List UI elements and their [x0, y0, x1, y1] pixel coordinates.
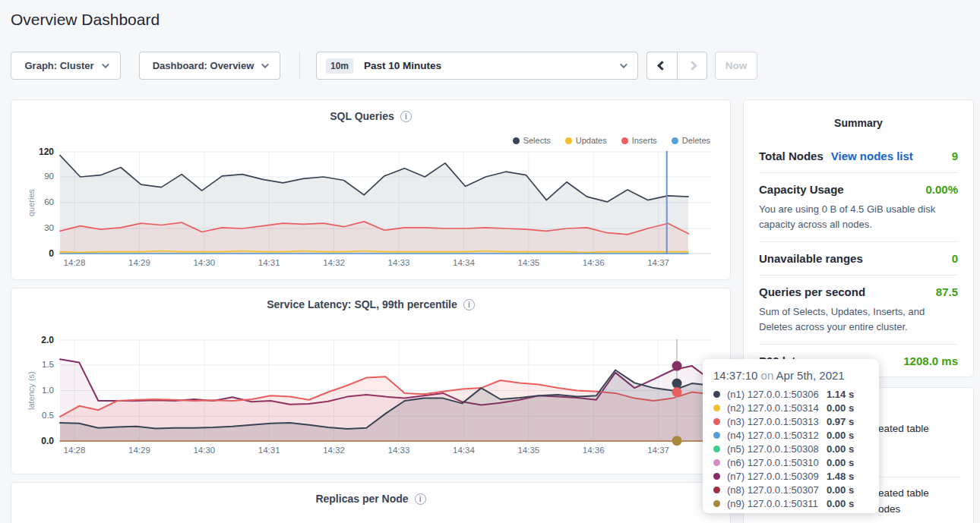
y-axis-tick: 1.0	[11, 386, 54, 395]
sql-queries-chart-card: SQL Queries SelectsUpdatesInsertsDeletes…	[11, 99, 731, 280]
latency-svg	[60, 339, 711, 442]
tooltip-node-value: 0.00 s	[827, 484, 854, 496]
x-axis-tick: 14:32	[323, 446, 345, 455]
node-series-dot-icon	[713, 500, 720, 507]
dashboard-dropdown[interactable]: Dashboard: Overview	[139, 52, 280, 80]
x-axis-tick: 14:35	[517, 258, 539, 267]
x-axis-tick: 14:36	[583, 446, 605, 455]
summary-row-header: Total NodesView nodes list9	[759, 150, 958, 162]
tooltip-node-row: (n5) 127.0.0.1:503080.00 s	[713, 442, 879, 455]
tooltip-node-row: (n2) 127.0.0.1:503140.00 s	[713, 401, 879, 414]
summary-metric-value: 9	[952, 150, 958, 162]
summary-row: Total NodesView nodes list9	[759, 140, 958, 172]
summary-row-header: Capacity Usage0.00%	[759, 183, 958, 196]
now-button[interactable]: Now	[715, 52, 757, 80]
x-axis-tick: 14:29	[128, 446, 150, 455]
chart-hover-tooltip: 14:37:10 on Apr 5th, 2021 (n1) 127.0.0.1…	[703, 359, 879, 513]
y-axis-tick: 90	[11, 172, 54, 181]
prev-range-button[interactable]	[646, 52, 677, 80]
tooltip-node-label: (n5) 127.0.0.1:50308	[727, 443, 827, 455]
tooltip-node-row: (n6) 127.0.0.1:503100.00 s	[713, 455, 879, 469]
replicas-per-node-chart-card: Replicas per Node	[11, 482, 731, 523]
x-axis-tick: 14:33	[388, 446, 410, 455]
service-latency-plot[interactable]: latency (s)0.00.51.01.52.014:2814:2914:3…	[11, 288, 730, 474]
summary-metric-label: Total Nodes	[759, 150, 824, 162]
x-axis-tick: 14:34	[453, 258, 475, 267]
x-axis-tick: 14:31	[258, 258, 280, 267]
summary-metric-label: Queries per second	[759, 285, 865, 298]
y-axis-tick: 120	[11, 147, 54, 157]
time-range-pager	[646, 52, 707, 80]
x-axis-tick: 14:29	[128, 258, 150, 267]
y-axis-tick: 1.5	[11, 360, 54, 369]
tooltip-node-value: 0.00 s	[827, 443, 854, 455]
event-text-fragment: odes	[878, 503, 900, 515]
graph-dropdown-label: Graph: Cluster	[24, 60, 93, 71]
tooltip-node-value: 0.00 s	[827, 402, 854, 414]
node-series-dot-icon	[713, 459, 720, 466]
summary-metric-label: Capacity Usage	[759, 183, 844, 196]
x-axis-tick: 14:37	[647, 446, 669, 455]
tooltip-node-row: (n3) 127.0.0.1:503130.97 s	[713, 414, 879, 428]
summary-row-header: Unavailable ranges0	[759, 252, 958, 265]
chevron-down-icon	[101, 61, 109, 68]
x-axis-tick: 14:30	[193, 258, 215, 267]
summary-metric-description: You are using 0 B of 4.5 GiB usable disk…	[759, 202, 958, 232]
node-series-dot-icon	[713, 473, 720, 480]
x-axis-tick: 14:30	[193, 446, 215, 455]
tooltip-node-row: (n8) 127.0.0.1:503070.00 s	[713, 483, 879, 496]
tooltip-time: 14:37:10	[713, 369, 757, 382]
view-nodes-list-link[interactable]: View nodes list	[831, 150, 913, 162]
x-axis-tick: 14:34	[453, 446, 475, 455]
tooltip-node-row: (n9) 127.0.0.1:503110.00 s	[713, 496, 879, 510]
summary-metric-label: Unavailable ranges	[759, 252, 863, 265]
summary-row: Unavailable ranges0	[759, 241, 958, 275]
summary-panel: Summary Total NodesView nodes list9Capac…	[743, 99, 974, 377]
service-latency-chart-card: Service Latency: SQL, 99th percentile la…	[11, 288, 731, 474]
x-axis-tick: 14:37	[647, 258, 669, 267]
tooltip-node-value: 1.14 s	[827, 389, 854, 400]
time-range-dropdown[interactable]: 10m Past 10 Minutes	[316, 52, 638, 80]
tooltip-node-value: 0.00 s	[827, 498, 854, 509]
y-axis-tick: 0	[11, 248, 54, 259]
tooltip-node-value: 1.48 s	[827, 471, 854, 482]
y-axis-tick: 2.0	[11, 335, 54, 345]
sql-queries-plot[interactable]: queries030609012014:2814:2914:3014:3114:…	[11, 100, 730, 279]
summary-row: Capacity Usage0.00%You are using 0 B of …	[759, 172, 958, 241]
tooltip-node-label: (n7) 127.0.0.1:50309	[727, 471, 827, 482]
page-title: Overview Dashboard	[11, 11, 160, 29]
x-axis-tick: 14:33	[388, 258, 410, 267]
summary-metric-value: 87.5	[936, 285, 958, 298]
chevron-down-icon	[261, 61, 269, 68]
x-axis-tick: 14:32	[323, 258, 345, 267]
dashboard-dropdown-label: Dashboard: Overview	[153, 60, 254, 71]
node-series-dot-icon	[713, 487, 720, 493]
y-axis-tick: 0.5	[11, 411, 54, 420]
chart-title: Replicas per Node	[315, 493, 408, 505]
node-series-dot-icon	[713, 405, 720, 411]
time-range-label: Past 10 Minutes	[364, 60, 441, 71]
chart-title-row: Replicas per Node	[11, 483, 730, 505]
tooltip-timestamp: 14:37:10 on Apr 5th, 2021	[713, 369, 879, 382]
info-icon[interactable]	[415, 493, 426, 505]
tooltip-conj: on	[761, 369, 774, 382]
summary-row: Queries per second87.5Sum of Selects, Up…	[759, 275, 958, 344]
tooltip-node-value: 0.00 s	[827, 457, 854, 468]
x-axis-tick: 14:36	[583, 258, 605, 267]
tooltip-node-value: 0.97 s	[827, 416, 854, 427]
tooltip-node-label: (n2) 127.0.0.1:50314	[727, 402, 827, 414]
next-range-button[interactable]	[677, 52, 707, 80]
tooltip-node-row: (n1) 127.0.0.1:503061.14 s	[713, 387, 879, 401]
sql-queries-svg	[60, 151, 711, 254]
y-axis-tick: 30	[11, 223, 54, 232]
chevron-left-icon	[657, 61, 667, 71]
tooltip-node-label: (n1) 127.0.0.1:50306	[727, 389, 827, 400]
y-axis-tick: 60	[11, 197, 54, 206]
chevron-right-icon	[688, 61, 697, 71]
graph-dropdown[interactable]: Graph: Cluster	[11, 52, 121, 80]
event-text-fragment: eated table	[878, 423, 929, 434]
x-axis-tick: 14:28	[64, 446, 86, 455]
summary-metric-value: 0.00%	[925, 183, 958, 196]
toolbar: Graph: Cluster Dashboard: Overview 10m P…	[11, 52, 757, 80]
node-series-dot-icon	[713, 418, 720, 425]
